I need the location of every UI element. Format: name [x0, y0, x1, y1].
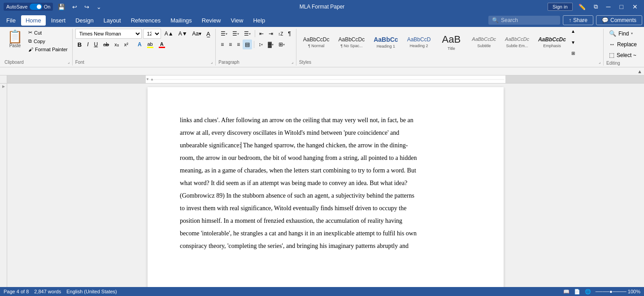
- menu-home[interactable]: Home: [21, 15, 46, 26]
- align-left-button[interactable]: ≡: [218, 40, 226, 49]
- share-button[interactable]: ↑ Share: [563, 15, 593, 25]
- style-emphasis-label: Emphasis: [543, 44, 561, 48]
- save-button[interactable]: 💾: [56, 3, 67, 11]
- subscript-button[interactable]: x₂: [112, 40, 121, 49]
- clipboard-expand[interactable]: ⌟: [68, 60, 70, 64]
- multilevel-list-button[interactable]: ☰▾: [242, 29, 253, 39]
- clipboard-group-content: 📋 Paste ✂ Cut ⧉ Copy 🖌 Format Painter: [4, 29, 70, 59]
- paragraph-expand[interactable]: ⌟: [292, 60, 293, 64]
- numbering-button[interactable]: ☰▾: [230, 29, 241, 39]
- paste-button[interactable]: 📋 Paste: [4, 29, 26, 50]
- style-heading1[interactable]: AaBbCc Heading 1: [370, 29, 402, 56]
- title-bar: AutoSave On 💾 ↩ ↪ ⌄ MLA Format Paper Sig…: [0, 0, 644, 13]
- italic-button[interactable]: I: [85, 40, 91, 49]
- cut-label: Cut: [34, 30, 42, 35]
- select-button[interactable]: ⬚ Select ~: [606, 50, 640, 60]
- style-no-spacing[interactable]: AaBbCcDc ¶ No Spac...: [334, 29, 369, 56]
- replace-button[interactable]: ↔ Replace: [606, 40, 640, 49]
- borders-button[interactable]: ⊞▾: [276, 40, 287, 49]
- comments-button[interactable]: 💬 Comments: [596, 15, 642, 25]
- menu-design[interactable]: Design: [71, 15, 98, 26]
- styles-scroll-up[interactable]: ▲: [570, 29, 576, 34]
- paragraph-group-content: ☰▾ ☰▾ ☰▾ ⇤ ⇥ ↕Z ¶ ≡: [218, 29, 293, 59]
- menu-review[interactable]: Review: [197, 15, 226, 26]
- paragraph-row2: ≡ ≡ ≡ ▤ ↕▾ ▓▾: [218, 40, 293, 49]
- menu-layout[interactable]: Layout: [99, 15, 126, 26]
- align-right-button[interactable]: ≡: [235, 40, 242, 49]
- ruler-left-margin: [7, 75, 146, 83]
- menu-file[interactable]: File: [2, 15, 20, 26]
- align-center-button[interactable]: ≡: [226, 40, 234, 49]
- font-label: Font: [75, 59, 84, 65]
- show-marks-button[interactable]: ¶: [286, 29, 293, 39]
- autosave-toggle[interactable]: AutoSave On: [4, 3, 53, 11]
- superscript-button[interactable]: x²: [122, 40, 131, 49]
- style-heading1-label: Heading 1: [377, 44, 395, 49]
- highlight-color-button[interactable]: ab: [145, 40, 156, 49]
- clear-format-button[interactable]: A̲: [204, 29, 213, 39]
- change-case-button[interactable]: Aa▾: [190, 29, 204, 39]
- style-normal-label: ¶ Normal: [308, 44, 324, 48]
- align-center-icon: ≡: [229, 41, 232, 48]
- strikethrough-button[interactable]: ab̶: [101, 40, 111, 49]
- sign-in-button[interactable]: Sign in: [548, 3, 573, 11]
- document-title: MLA Format Paper: [300, 4, 345, 10]
- menu-help[interactable]: Help: [248, 15, 270, 26]
- font-name-select[interactable]: Times New Roman: [75, 29, 142, 39]
- customize-quick-access-button[interactable]: ⌄: [94, 3, 104, 11]
- underline-button[interactable]: U: [91, 40, 100, 49]
- redo-button[interactable]: ↪: [82, 3, 91, 11]
- zoom-slider[interactable]: ────●──── 100%: [596, 289, 640, 294]
- close-button[interactable]: ✕: [630, 3, 640, 10]
- maximize-button[interactable]: □: [617, 3, 626, 10]
- view-print-icon[interactable]: 📄: [574, 289, 580, 295]
- pen-icon-button[interactable]: ✏️: [576, 3, 588, 11]
- format-painter-button[interactable]: 🖌 Format Painter: [26, 46, 70, 53]
- bullets-button[interactable]: ☰▾: [218, 29, 230, 39]
- menu-mailings[interactable]: Mailings: [166, 15, 196, 26]
- font-expand[interactable]: ⌟: [211, 60, 213, 64]
- copy-button[interactable]: ⧉ Copy: [26, 37, 70, 45]
- view-read-icon[interactable]: 📖: [563, 289, 570, 295]
- line-spacing-button[interactable]: ↕▾: [256, 40, 265, 49]
- restore-button[interactable]: ⧉: [592, 2, 600, 11]
- style-title[interactable]: AaB Title: [435, 29, 467, 56]
- justify-button[interactable]: ▤: [243, 40, 252, 49]
- increase-indent-button[interactable]: ⇥: [266, 29, 275, 39]
- font-size-select[interactable]: 12: [143, 29, 161, 39]
- find-button[interactable]: 🔍 Find ▾: [606, 29, 640, 38]
- ribbon: 📋 Paste ✂ Cut ⧉ Copy 🖌 Format Painter C: [0, 27, 644, 67]
- style-subtle-emphasis[interactable]: AaBbCcDc Subtle Em...: [501, 29, 533, 56]
- document-scroll-area[interactable]: links and clues'. After following an arr…: [7, 84, 644, 288]
- view-web-icon[interactable]: 🌐: [585, 289, 591, 295]
- autosave-switch[interactable]: [30, 4, 42, 10]
- font-shrink-button[interactable]: A▼: [176, 29, 190, 39]
- style-heading2[interactable]: AaBbCcD Heading 2: [403, 29, 435, 56]
- styles-scroll-down[interactable]: ▼: [570, 40, 576, 45]
- search-box[interactable]: 🔍 Search: [488, 16, 560, 25]
- editing-label-row: Editing: [606, 60, 640, 66]
- menu-view[interactable]: View: [226, 15, 248, 26]
- shading-button[interactable]: ▓▾: [265, 40, 276, 49]
- styles-expand[interactable]: ⊞: [570, 51, 576, 56]
- font-color-button[interactable]: A: [157, 40, 167, 49]
- undo-button[interactable]: ↩: [70, 3, 79, 11]
- style-normal[interactable]: AaBbCcDc ¶ Normal: [299, 29, 334, 56]
- menu-insert[interactable]: Insert: [47, 15, 70, 26]
- word-count: 2,847 words: [34, 289, 61, 294]
- style-emphasis[interactable]: AaBbCcDc Emphasis: [534, 29, 570, 56]
- styles-expand-btn[interactable]: ⌟: [599, 60, 600, 64]
- document-container: ▶ links and clues'. After following an a…: [0, 84, 644, 288]
- cut-button[interactable]: ✂ Cut: [26, 29, 70, 36]
- sort-button[interactable]: ↕Z: [276, 29, 285, 39]
- decrease-indent-button[interactable]: ⇤: [257, 29, 266, 39]
- bold-button[interactable]: B: [75, 40, 84, 49]
- document-text: links and clues'. After following an arr…: [180, 114, 471, 252]
- text-effect-button[interactable]: A: [135, 40, 144, 49]
- style-subtitle[interactable]: AaBbCcDc Subtitle: [468, 29, 500, 56]
- ruler-body[interactable]: ▼ ▲: [146, 75, 505, 83]
- collapse-ribbon-button[interactable]: ▲: [637, 69, 642, 74]
- menu-references[interactable]: References: [126, 15, 165, 26]
- font-grow-button[interactable]: A▲: [162, 29, 176, 39]
- minimize-button[interactable]: ─: [604, 3, 614, 10]
